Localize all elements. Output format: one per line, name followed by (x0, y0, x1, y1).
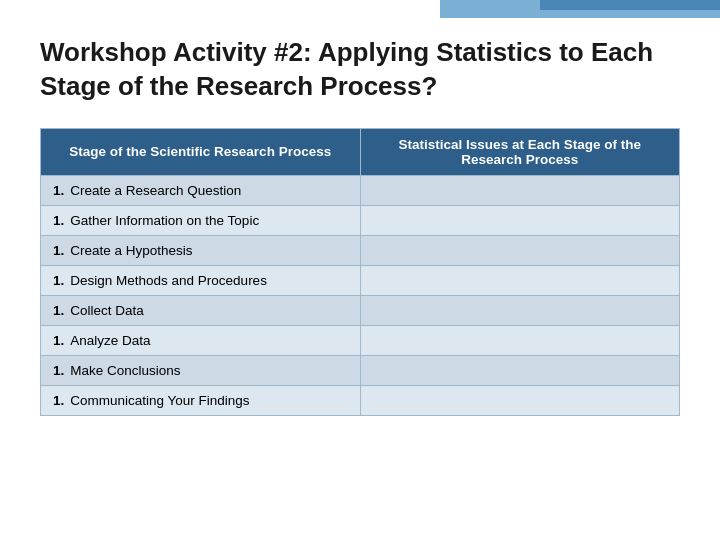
stage-cell: 1.Make Conclusions (41, 355, 361, 385)
row-number: 1. (53, 363, 64, 378)
header-stage: Stage of the Scientific Research Process (41, 128, 361, 175)
row-number: 1. (53, 213, 64, 228)
stage-cell: 1.Create a Research Question (41, 175, 361, 205)
slide-title: Workshop Activity #2: Applying Statistic… (40, 36, 680, 104)
table-header-row: Stage of the Scientific Research Process… (41, 128, 680, 175)
row-number: 1. (53, 393, 64, 408)
row-number: 1. (53, 243, 64, 258)
table-wrapper: Stage of the Scientific Research Process… (40, 128, 680, 416)
issues-cell (360, 175, 680, 205)
row-number: 1. (53, 183, 64, 198)
table-row: 1.Analyze Data (41, 325, 680, 355)
issues-cell (360, 325, 680, 355)
table-row: 1.Collect Data (41, 295, 680, 325)
issues-cell (360, 295, 680, 325)
stage-cell: 1.Collect Data (41, 295, 361, 325)
row-number: 1. (53, 333, 64, 348)
research-table: Stage of the Scientific Research Process… (40, 128, 680, 416)
issues-cell (360, 355, 680, 385)
stage-cell: 1.Gather Information on the Topic (41, 205, 361, 235)
issues-cell (360, 385, 680, 415)
header-issues: Statistical Issues at Each Stage of the … (360, 128, 680, 175)
stage-cell: 1.Analyze Data (41, 325, 361, 355)
table-row: 1.Communicating Your Findings (41, 385, 680, 415)
slide-container: Workshop Activity #2: Applying Statistic… (0, 0, 720, 436)
row-number: 1. (53, 273, 64, 288)
table-row: 1.Create a Hypothesis (41, 235, 680, 265)
table-row: 1.Gather Information on the Topic (41, 205, 680, 235)
row-number: 1. (53, 303, 64, 318)
table-body: 1.Create a Research Question1.Gather Inf… (41, 175, 680, 415)
stage-cell: 1.Communicating Your Findings (41, 385, 361, 415)
table-row: 1.Make Conclusions (41, 355, 680, 385)
issues-cell (360, 265, 680, 295)
table-row: 1.Design Methods and Procedures (41, 265, 680, 295)
stage-cell: 1.Design Methods and Procedures (41, 265, 361, 295)
stage-cell: 1.Create a Hypothesis (41, 235, 361, 265)
table-row: 1.Create a Research Question (41, 175, 680, 205)
issues-cell (360, 235, 680, 265)
issues-cell (360, 205, 680, 235)
